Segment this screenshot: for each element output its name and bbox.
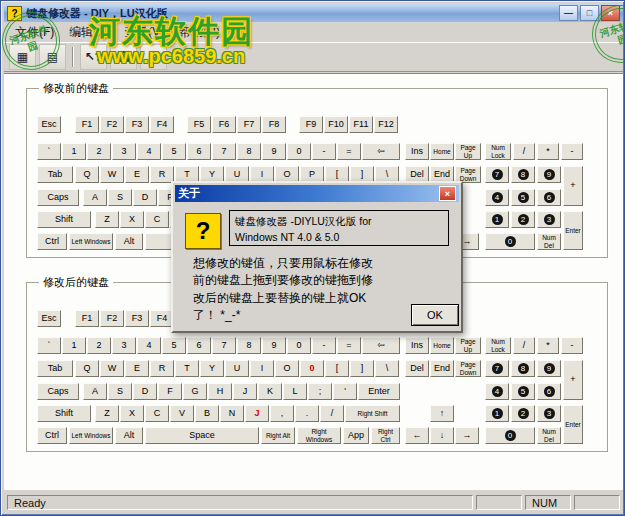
key-6[interactable]: 6	[187, 337, 211, 354]
key-4[interactable]: 4	[137, 143, 161, 160]
key-plus[interactable]: +	[563, 360, 583, 400]
key-f4[interactable]: F4	[150, 116, 174, 133]
key-ctrl[interactable]: Ctrl	[37, 233, 67, 250]
key-tab[interactable]: Tab	[37, 166, 73, 183]
key-l[interactable]: L	[283, 383, 307, 400]
key-space[interactable]: Space	[145, 427, 259, 444]
key-f[interactable]: F	[158, 383, 182, 400]
key-8[interactable]: 8	[511, 166, 535, 183]
key-2[interactable]: 2	[511, 211, 535, 228]
key-v[interactable]: V	[170, 405, 194, 422]
key-arrow-down[interactable]: ↓	[430, 427, 454, 444]
key-b[interactable]: B	[195, 405, 219, 422]
key-7[interactable]: 7	[485, 360, 509, 377]
key-ins[interactable]: Ins	[405, 337, 429, 354]
about-button[interactable]: ?	[140, 44, 167, 70]
key-right-alt[interactable]: Right Alt	[261, 427, 295, 444]
key-q[interactable]: Q	[75, 360, 99, 377]
key-9[interactable]: 9	[537, 360, 561, 377]
key-page-up[interactable]: Page Up	[455, 143, 481, 160]
key-d[interactable]: D	[133, 383, 157, 400]
key-apostrophe[interactable]: '	[333, 383, 357, 400]
key-f1[interactable]: F1	[75, 116, 99, 133]
key-x[interactable]: X	[120, 211, 144, 228]
key-1[interactable]: 1	[62, 143, 86, 160]
load-keyboard-button[interactable]: ▦	[9, 44, 36, 70]
key-f12[interactable]: F12	[374, 116, 398, 133]
key-f1[interactable]: F1	[75, 310, 99, 327]
key-f9[interactable]: F9	[299, 116, 323, 133]
key-esc[interactable]: Esc	[37, 310, 61, 327]
menu-item-help[interactable]: 帮助(H)	[172, 23, 227, 42]
key-5[interactable]: 5	[162, 143, 186, 160]
maximize-button[interactable]: □	[580, 5, 599, 21]
key-backtick[interactable]: `	[37, 337, 61, 354]
key-x[interactable]: X	[120, 405, 144, 422]
key-period[interactable]: .	[295, 405, 319, 422]
key-3[interactable]: 3	[112, 143, 136, 160]
key-left-windows[interactable]: Left Windows	[69, 233, 113, 250]
key-4[interactable]: 4	[137, 337, 161, 354]
key-8[interactable]: 8	[237, 337, 261, 354]
key-equals[interactable]: =	[337, 337, 361, 354]
key-slash[interactable]: /	[320, 405, 344, 422]
key-equals[interactable]: =	[337, 143, 361, 160]
key-0[interactable]: 0	[485, 427, 535, 444]
key-f2[interactable]: F2	[100, 310, 124, 327]
key-right-ctrl[interactable]: Right Ctrl	[371, 427, 400, 444]
key-page-up[interactable]: Page Up	[455, 337, 481, 354]
key-shift[interactable]: Shift	[37, 405, 91, 422]
key-9[interactable]: 9	[262, 337, 286, 354]
key-caps[interactable]: Caps	[37, 189, 79, 206]
key-f11[interactable]: F11	[349, 116, 373, 133]
key-1[interactable]: 1	[485, 211, 509, 228]
key-alt[interactable]: Alt	[115, 233, 143, 250]
key-enter[interactable]: Enter	[563, 211, 583, 250]
key-f3[interactable]: F3	[125, 310, 149, 327]
key-bracket-open[interactable]: [	[325, 360, 349, 377]
key-f6[interactable]: F6	[212, 116, 236, 133]
key-a[interactable]: A	[83, 189, 107, 206]
key-enter[interactable]: Enter	[358, 383, 400, 400]
key-0[interactable]: 0	[287, 337, 311, 354]
key-f7[interactable]: F7	[237, 116, 261, 133]
key-t[interactable]: T	[175, 360, 199, 377]
key-f2[interactable]: F2	[100, 116, 124, 133]
key-s[interactable]: S	[108, 383, 132, 400]
key-w[interactable]: W	[100, 360, 124, 377]
key-backspace[interactable]: ⇦	[362, 143, 400, 160]
key-comma[interactable]: ,	[270, 405, 294, 422]
key-g[interactable]: G	[183, 383, 207, 400]
key-5[interactable]: 5	[511, 383, 535, 400]
key-z[interactable]: Z	[95, 405, 119, 422]
key-page-down[interactable]: Page Down	[455, 360, 481, 377]
key-num-lock[interactable]: Num Lock	[485, 337, 511, 354]
key-i[interactable]: I	[250, 360, 274, 377]
key-arrow-right[interactable]: →	[455, 427, 479, 444]
key-backtick[interactable]: `	[37, 143, 61, 160]
key-d[interactable]: D	[133, 189, 157, 206]
key-arrow-up[interactable]: ↑	[430, 405, 454, 422]
key-3[interactable]: 3	[537, 211, 561, 228]
key-q[interactable]: Q	[75, 166, 99, 183]
key-1[interactable]: 1	[62, 337, 86, 354]
key-k[interactable]: K	[258, 383, 282, 400]
key-end[interactable]: End	[430, 360, 454, 377]
key-6[interactable]: 6	[537, 383, 561, 400]
menu-item-view[interactable]: 查看(V)	[117, 23, 171, 42]
key-j[interactable]: J	[233, 383, 257, 400]
key-right-shift[interactable]: Right Shift	[345, 405, 400, 422]
key-0[interactable]: 0	[300, 360, 324, 377]
key-2[interactable]: 2	[87, 337, 111, 354]
key-esc[interactable]: Esc	[37, 116, 61, 133]
key-minus[interactable]: -	[312, 143, 336, 160]
key-s[interactable]: S	[108, 189, 132, 206]
key-f10[interactable]: F10	[324, 116, 348, 133]
key-asterisk[interactable]: *	[537, 337, 559, 354]
key-f3[interactable]: F3	[125, 116, 149, 133]
zoom-button[interactable]	[110, 44, 137, 70]
key-8[interactable]: 8	[237, 143, 261, 160]
key-6[interactable]: 6	[537, 189, 561, 206]
key-c[interactable]: C	[145, 211, 169, 228]
key-4[interactable]: 4	[485, 383, 509, 400]
